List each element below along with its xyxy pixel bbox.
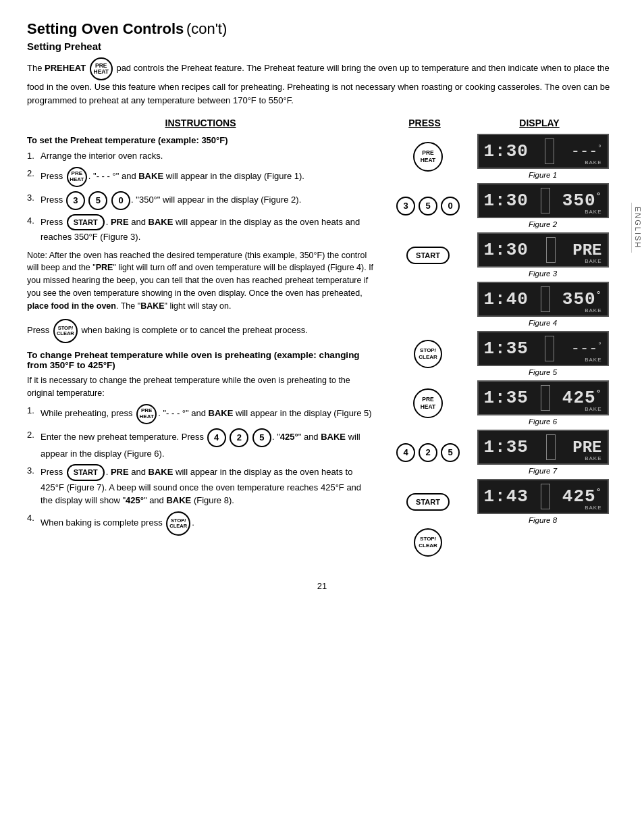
note-text: Note: After the oven has reached the des…: [27, 249, 374, 313]
press-cell-3: START: [387, 247, 468, 264]
stop-btn-inline2: STOP/CLEAR: [166, 511, 190, 536]
press-425-btns: 4 2 5: [396, 443, 460, 462]
display-cell-5: 1:35 ---° BAKE Figure 5: [468, 331, 617, 376]
display-cell-7: 1:35 PRE BAKE Figure 7: [468, 430, 617, 475]
lcd-7: 1:35 PRE BAKE: [477, 430, 609, 465]
change-preheat-title: To change Preheat temperature while oven…: [27, 350, 374, 370]
press-0: 0: [441, 197, 460, 215]
display-cell-2: 1:30 350° BAKE Figure 2: [468, 183, 617, 228]
preheat-label: PREHEAT: [45, 63, 86, 73]
display-header: DISPLAY: [462, 118, 617, 128]
preheat-press-btn-2: PREHEAT: [413, 388, 443, 418]
change-step-3: 3. Press START. PRE and BAKE will appear…: [27, 464, 374, 507]
display-cell-4: 1:40 350° BAKE Figure 4: [468, 282, 617, 327]
lcd-5: 1:35 ---° BAKE: [477, 331, 609, 366]
stop-btn-inline: STOP/CLEAR: [53, 319, 78, 343]
display-cell-1: 1:30 ---° BAKE Figure 1: [468, 134, 617, 179]
display-cell-6: 1:35 425° BAKE Figure 6: [468, 380, 617, 426]
fig-6-label: Figure 6: [529, 417, 557, 426]
start-press-btn: START: [406, 247, 450, 264]
lcd-4: 1:40 350° BAKE: [477, 282, 609, 317]
press-3: 3: [396, 197, 415, 215]
press-350-btns: 3 5 0: [396, 197, 460, 215]
intro-text: The PREHEAT PREHEAT pad controls the Pre…: [27, 57, 617, 107]
fig-4-label: Figure 4: [529, 319, 557, 327]
right-column: PRESS DISPLAY PREHEAT 1:30 ---° BAKE Fig…: [387, 118, 617, 561]
step-2: 2. Press PREHEAT. "- - - °" and BAKE wil…: [27, 167, 374, 187]
btn-3: 3: [66, 191, 85, 210]
fig-7-label: Figure 7: [529, 467, 557, 475]
figure-4-row: 1:40 350° BAKE Figure 4: [387, 282, 617, 327]
preheat-btn-inline: PREHEAT: [67, 167, 87, 187]
change-preheat-sub: If it is necessary to change the preheat…: [27, 374, 374, 400]
fig-3-label: Figure 3: [529, 270, 557, 278]
right-headers: PRESS DISPLAY: [387, 118, 617, 128]
press-5: 5: [419, 197, 437, 215]
left-column: INSTRUCTIONS To set the Preheat temperat…: [27, 118, 387, 561]
change-step-4: 4. When baking is complete press STOP/CL…: [27, 511, 374, 536]
preheat-btn-inline2: PREHEAT: [136, 404, 157, 424]
lcd-2: 1:30 350° BAKE: [477, 183, 609, 218]
fig-5-label: Figure 5: [529, 368, 557, 376]
lcd-8: 1:43 425° BAKE: [477, 479, 609, 514]
press-cell-5: STOP/CLEAR: [387, 340, 468, 368]
change-step-1: 1. While preheating, press PREHEAT. "- -…: [27, 404, 374, 424]
figure-5-row: STOP/CLEAR 1:35 ---° BAKE Figure 5: [387, 331, 617, 376]
figure-3-row: START 1:30 PRE BAKE Figure 3: [387, 232, 617, 278]
press-cell-8: START: [387, 493, 468, 511]
step-3: 3. Press 3 5 0. "350°" will appear in th…: [27, 191, 374, 210]
main-layout: INSTRUCTIONS To set the Preheat temperat…: [27, 118, 617, 561]
btn-4: 4: [207, 428, 226, 447]
figure-8-row: START 1:43 425° BAKE Figure 8: [387, 479, 617, 524]
fig-2-label: Figure 2: [529, 220, 557, 228]
step-4: 4. Press START. PRE and BAKE will appear…: [27, 214, 374, 244]
display-cell-8: 1:43 425° BAKE Figure 8: [468, 479, 617, 524]
cancel-text: Press STOP/CLEAR when baking is complete…: [27, 319, 374, 343]
figure-2-row: 3 5 0 1:30 350° BAKE Figure 2: [387, 183, 617, 228]
press-cell-6: PREHEAT: [387, 388, 468, 418]
btn-5: 5: [88, 191, 107, 210]
press-2: 2: [419, 443, 437, 462]
btn-5b: 5: [252, 428, 271, 447]
section-title: Setting Preheat: [27, 41, 617, 52]
page-number: 21: [27, 581, 617, 591]
preheat-badge: PREHEAT: [90, 57, 113, 80]
page-title: Setting Oven Controls (con't): [27, 20, 617, 38]
stop-press-btn: STOP/CLEAR: [414, 340, 442, 368]
stop-press-btn2: STOP/CLEAR: [414, 528, 442, 557]
press-4: 4: [396, 443, 415, 462]
btn-0: 0: [111, 191, 130, 210]
start-btn2: START: [67, 464, 105, 481]
figure-7-row: 4 2 5 1:35 PRE BAKE Figure 7: [387, 430, 617, 475]
instructions-header: INSTRUCTIONS: [27, 118, 374, 128]
display-cell-3: 1:30 PRE BAKE Figure 3: [468, 232, 617, 278]
fig-8-label: Figure 8: [529, 516, 557, 524]
press-5c: 5: [441, 443, 460, 462]
figure-6-row: PREHEAT 1:35 425° BAKE Figure 6: [387, 380, 617, 426]
side-tab: ENGLISH: [631, 203, 644, 253]
fig-1-label: Figure 1: [529, 171, 557, 179]
start-btn: START: [67, 214, 105, 231]
change-step-2: 2. Enter the new preheat temperature. Pr…: [27, 428, 374, 461]
start-press-btn2: START: [406, 493, 450, 511]
btn-2: 2: [230, 428, 248, 447]
lcd-1: 1:30 ---° BAKE: [477, 134, 609, 169]
figure-1-row: PREHEAT 1:30 ---° BAKE Figure 1: [387, 134, 617, 179]
press-header: PRESS: [387, 118, 462, 128]
set-preheat-title: To set the Preheat temperature (example:…: [27, 135, 374, 145]
press-cell-1: PREHEAT: [387, 142, 468, 172]
lcd-6: 1:35 425° BAKE: [477, 380, 609, 415]
press-cell-8b: STOP/CLEAR: [387, 528, 468, 557]
press-cell-7: 4 2 5: [387, 443, 468, 462]
lcd-3: 1:30 PRE BAKE: [477, 232, 609, 268]
press-cell-2: 3 5 0: [387, 197, 468, 215]
figure-8b-row: STOP/CLEAR: [387, 528, 617, 557]
step-1: 1. Arrange the interior oven racks.: [27, 149, 374, 163]
preheat-press-btn-1: PREHEAT: [413, 142, 443, 172]
